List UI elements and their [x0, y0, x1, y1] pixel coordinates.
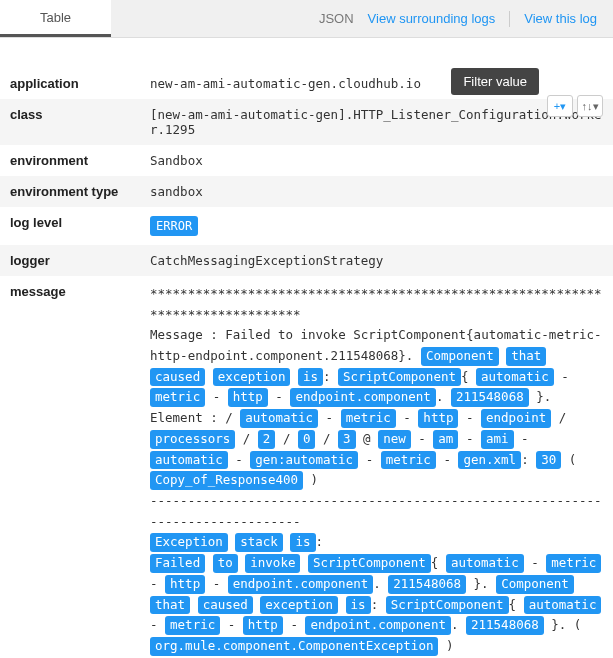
message-token[interactable]: is: [290, 533, 315, 552]
row-environment: environment Sandbox: [0, 145, 613, 176]
message-text: ----------------------------------------…: [150, 493, 602, 529]
message-text: [205, 555, 213, 570]
val-application[interactable]: new-am-ami-automatic-gen.cloudhub.io: [140, 68, 613, 99]
message-token[interactable]: metric: [165, 616, 220, 635]
message-token[interactable]: metric: [341, 409, 396, 428]
tab-table[interactable]: Table: [0, 0, 111, 37]
message-text: [338, 597, 346, 612]
message-token[interactable]: 3: [338, 430, 356, 449]
message-token[interactable]: gen:automatic: [250, 451, 358, 470]
message-token[interactable]: org.mule.component.ComponentException: [150, 637, 438, 656]
message-text: /: [551, 410, 566, 425]
message-token[interactable]: automatic: [476, 368, 554, 387]
message-token[interactable]: caused: [150, 368, 205, 387]
message-text: -: [554, 369, 569, 384]
message-token[interactable]: automatic: [150, 451, 228, 470]
message-text: :: [521, 452, 536, 467]
message-text: [228, 534, 236, 549]
message-text: -: [358, 452, 381, 467]
message-token[interactable]: that: [150, 596, 190, 615]
message-text: [283, 534, 291, 549]
message-token[interactable]: http: [228, 388, 268, 407]
message-text: [499, 348, 507, 363]
message-text: [290, 369, 298, 384]
message-token[interactable]: is: [298, 368, 323, 387]
message-token[interactable]: to: [213, 554, 238, 573]
message-text: }.: [529, 389, 552, 404]
message-token[interactable]: new: [378, 430, 411, 449]
message-token[interactable]: that: [506, 347, 546, 366]
message-token[interactable]: exception: [213, 368, 291, 387]
message-text: (: [561, 452, 576, 467]
message-token[interactable]: automatic: [524, 596, 602, 615]
message-token[interactable]: 211548068: [388, 575, 466, 594]
message-token[interactable]: processors: [150, 430, 235, 449]
message-token[interactable]: http: [418, 409, 458, 428]
filter-in-icon[interactable]: +▾: [547, 95, 573, 117]
message-token[interactable]: Exception: [150, 533, 228, 552]
message-token[interactable]: metric: [381, 451, 436, 470]
message-token[interactable]: Failed: [150, 554, 205, 573]
message-token[interactable]: 0: [298, 430, 316, 449]
message-token[interactable]: ScriptComponent: [386, 596, 509, 615]
link-view-surrounding[interactable]: View surrounding logs: [368, 11, 496, 26]
message-token[interactable]: ami: [481, 430, 514, 449]
row-class: class [new-am-ami-automatic-gen].HTTP_Li…: [0, 99, 613, 145]
tabs-bar: Table JSON View surrounding logs View th…: [0, 0, 613, 38]
message-text: {: [431, 555, 446, 570]
message-token[interactable]: ScriptComponent: [308, 554, 431, 573]
message-token[interactable]: 30: [536, 451, 561, 470]
message-text: -: [514, 431, 529, 446]
message-text: -: [220, 617, 243, 632]
message-text: -: [396, 410, 419, 425]
val-log-level[interactable]: ERROR: [140, 207, 613, 245]
message-token[interactable]: endpoint.component: [290, 388, 435, 407]
message-token[interactable]: 2: [258, 430, 276, 449]
message-token[interactable]: caused: [198, 596, 253, 615]
message-token[interactable]: endpoint.component: [228, 575, 373, 594]
message-token[interactable]: metric: [150, 388, 205, 407]
message-text: ): [303, 472, 318, 487]
val-message[interactable]: ****************************************…: [140, 276, 613, 658]
row-log-level: log level ERROR: [0, 207, 613, 245]
message-text: }.: [466, 576, 496, 591]
tab-json[interactable]: JSON: [319, 11, 354, 26]
message-token[interactable]: http: [243, 616, 283, 635]
key-logger: logger: [0, 245, 140, 276]
val-class[interactable]: [new-am-ami-automatic-gen].HTTP_Listener…: [140, 99, 613, 145]
message-body[interactable]: ****************************************…: [150, 284, 603, 658]
tooltip-filter-value: Filter value: [451, 68, 539, 95]
message-token[interactable]: metric: [546, 554, 601, 573]
filter-out-icon[interactable]: ↑↓▾: [577, 95, 603, 117]
message-token[interactable]: am: [433, 430, 458, 449]
message-token[interactable]: stack: [235, 533, 283, 552]
badge-error[interactable]: ERROR: [150, 216, 198, 236]
message-token[interactable]: gen.xml: [458, 451, 521, 470]
message-token[interactable]: Copy_of_Response400: [150, 471, 303, 490]
message-token[interactable]: automatic: [240, 409, 318, 428]
message-token[interactable]: http: [165, 575, 205, 594]
link-view-this-log[interactable]: View this log: [524, 11, 597, 26]
message-token[interactable]: endpoint.component: [305, 616, 450, 635]
message-text: -: [205, 576, 228, 591]
message-token[interactable]: exception: [260, 596, 338, 615]
val-logger[interactable]: CatchMessagingExceptionStrategy: [140, 245, 613, 276]
val-environment[interactable]: Sandbox: [140, 145, 613, 176]
message-token[interactable]: is: [346, 596, 371, 615]
message-token[interactable]: 211548068: [466, 616, 544, 635]
message-token[interactable]: endpoint: [481, 409, 551, 428]
message-text: }. (: [544, 617, 582, 632]
key-environment: environment: [0, 145, 140, 176]
message-token[interactable]: 211548068: [451, 388, 529, 407]
filter-icon-group: +▾ ↑↓▾: [547, 95, 603, 117]
message-token[interactable]: ScriptComponent: [338, 368, 461, 387]
message-text: -: [524, 555, 547, 570]
message-token[interactable]: Component: [421, 347, 499, 366]
message-text: -: [268, 389, 291, 404]
message-token[interactable]: invoke: [245, 554, 300, 573]
row-message: message ********************************…: [0, 276, 613, 658]
val-environment-type[interactable]: sandbox: [140, 176, 613, 207]
message-token[interactable]: Component: [496, 575, 574, 594]
key-log-level: log level: [0, 207, 140, 245]
message-token[interactable]: automatic: [446, 554, 524, 573]
